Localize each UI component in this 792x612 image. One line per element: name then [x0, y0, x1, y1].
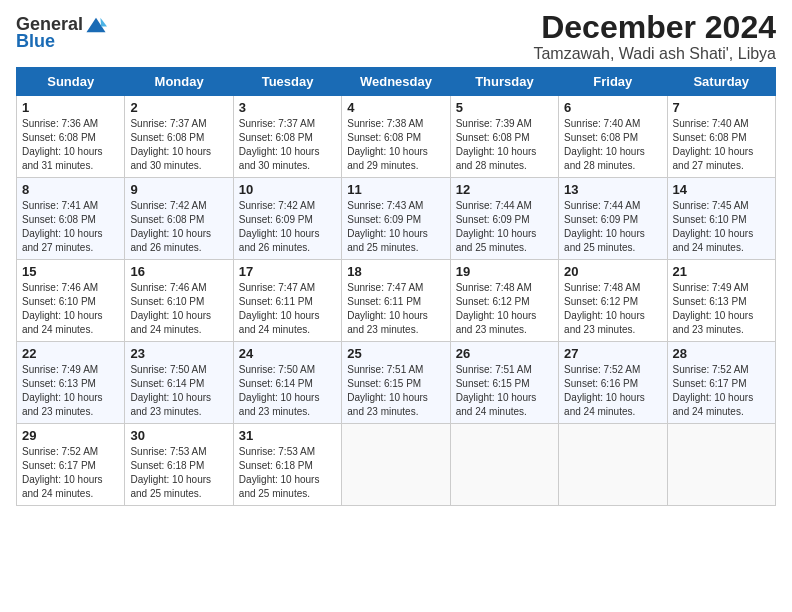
- day-number: 26: [456, 346, 553, 361]
- day-info: Sunrise: 7:37 AMSunset: 6:08 PMDaylight:…: [130, 118, 211, 171]
- day-number: 15: [22, 264, 119, 279]
- day-number: 24: [239, 346, 336, 361]
- day-number: 2: [130, 100, 227, 115]
- table-row: 5Sunrise: 7:39 AMSunset: 6:08 PMDaylight…: [450, 96, 558, 178]
- day-info: Sunrise: 7:40 AMSunset: 6:08 PMDaylight:…: [564, 118, 645, 171]
- day-number: 31: [239, 428, 336, 443]
- table-row: 17Sunrise: 7:47 AMSunset: 6:11 PMDayligh…: [233, 260, 341, 342]
- day-number: 21: [673, 264, 770, 279]
- table-row: 19Sunrise: 7:48 AMSunset: 6:12 PMDayligh…: [450, 260, 558, 342]
- col-saturday: Saturday: [667, 68, 775, 96]
- day-number: 17: [239, 264, 336, 279]
- day-number: 6: [564, 100, 661, 115]
- table-row: 30Sunrise: 7:53 AMSunset: 6:18 PMDayligh…: [125, 424, 233, 506]
- table-row: 27Sunrise: 7:52 AMSunset: 6:16 PMDayligh…: [559, 342, 667, 424]
- table-row: [450, 424, 558, 506]
- col-monday: Monday: [125, 68, 233, 96]
- table-row: 18Sunrise: 7:47 AMSunset: 6:11 PMDayligh…: [342, 260, 450, 342]
- day-number: 3: [239, 100, 336, 115]
- table-row: 8Sunrise: 7:41 AMSunset: 6:08 PMDaylight…: [17, 178, 125, 260]
- day-info: Sunrise: 7:52 AMSunset: 6:17 PMDaylight:…: [673, 364, 754, 417]
- table-row: 7Sunrise: 7:40 AMSunset: 6:08 PMDaylight…: [667, 96, 775, 178]
- day-number: 1: [22, 100, 119, 115]
- table-row: 20Sunrise: 7:48 AMSunset: 6:12 PMDayligh…: [559, 260, 667, 342]
- table-row: 28Sunrise: 7:52 AMSunset: 6:17 PMDayligh…: [667, 342, 775, 424]
- day-info: Sunrise: 7:40 AMSunset: 6:08 PMDaylight:…: [673, 118, 754, 171]
- day-number: 10: [239, 182, 336, 197]
- day-info: Sunrise: 7:49 AMSunset: 6:13 PMDaylight:…: [673, 282, 754, 335]
- header-row: Sunday Monday Tuesday Wednesday Thursday…: [17, 68, 776, 96]
- location-title: Tamzawah, Wadi ash Shati', Libya: [533, 45, 776, 63]
- svg-marker-1: [100, 17, 107, 26]
- day-number: 22: [22, 346, 119, 361]
- table-row: 2Sunrise: 7:37 AMSunset: 6:08 PMDaylight…: [125, 96, 233, 178]
- table-row: 25Sunrise: 7:51 AMSunset: 6:15 PMDayligh…: [342, 342, 450, 424]
- day-number: 11: [347, 182, 444, 197]
- day-number: 16: [130, 264, 227, 279]
- table-row: 4Sunrise: 7:38 AMSunset: 6:08 PMDaylight…: [342, 96, 450, 178]
- day-number: 29: [22, 428, 119, 443]
- day-info: Sunrise: 7:36 AMSunset: 6:08 PMDaylight:…: [22, 118, 103, 171]
- day-number: 12: [456, 182, 553, 197]
- day-info: Sunrise: 7:48 AMSunset: 6:12 PMDaylight:…: [456, 282, 537, 335]
- day-info: Sunrise: 7:47 AMSunset: 6:11 PMDaylight:…: [239, 282, 320, 335]
- table-row: 29Sunrise: 7:52 AMSunset: 6:17 PMDayligh…: [17, 424, 125, 506]
- day-number: 23: [130, 346, 227, 361]
- day-number: 28: [673, 346, 770, 361]
- day-info: Sunrise: 7:50 AMSunset: 6:14 PMDaylight:…: [239, 364, 320, 417]
- day-info: Sunrise: 7:48 AMSunset: 6:12 PMDaylight:…: [564, 282, 645, 335]
- table-row: 12Sunrise: 7:44 AMSunset: 6:09 PMDayligh…: [450, 178, 558, 260]
- day-number: 5: [456, 100, 553, 115]
- table-row: 11Sunrise: 7:43 AMSunset: 6:09 PMDayligh…: [342, 178, 450, 260]
- table-row: 10Sunrise: 7:42 AMSunset: 6:09 PMDayligh…: [233, 178, 341, 260]
- day-info: Sunrise: 7:44 AMSunset: 6:09 PMDaylight:…: [456, 200, 537, 253]
- table-row: 24Sunrise: 7:50 AMSunset: 6:14 PMDayligh…: [233, 342, 341, 424]
- day-info: Sunrise: 7:51 AMSunset: 6:15 PMDaylight:…: [347, 364, 428, 417]
- day-info: Sunrise: 7:46 AMSunset: 6:10 PMDaylight:…: [22, 282, 103, 335]
- day-info: Sunrise: 7:49 AMSunset: 6:13 PMDaylight:…: [22, 364, 103, 417]
- day-info: Sunrise: 7:41 AMSunset: 6:08 PMDaylight:…: [22, 200, 103, 253]
- table-row: [667, 424, 775, 506]
- col-friday: Friday: [559, 68, 667, 96]
- table-row: 13Sunrise: 7:44 AMSunset: 6:09 PMDayligh…: [559, 178, 667, 260]
- day-info: Sunrise: 7:51 AMSunset: 6:15 PMDaylight:…: [456, 364, 537, 417]
- logo-icon: [85, 16, 107, 34]
- day-info: Sunrise: 7:45 AMSunset: 6:10 PMDaylight:…: [673, 200, 754, 253]
- table-row: 1Sunrise: 7:36 AMSunset: 6:08 PMDaylight…: [17, 96, 125, 178]
- table-row: 21Sunrise: 7:49 AMSunset: 6:13 PMDayligh…: [667, 260, 775, 342]
- day-info: Sunrise: 7:52 AMSunset: 6:16 PMDaylight:…: [564, 364, 645, 417]
- day-number: 7: [673, 100, 770, 115]
- day-info: Sunrise: 7:42 AMSunset: 6:08 PMDaylight:…: [130, 200, 211, 253]
- day-number: 13: [564, 182, 661, 197]
- table-row: 16Sunrise: 7:46 AMSunset: 6:10 PMDayligh…: [125, 260, 233, 342]
- col-sunday: Sunday: [17, 68, 125, 96]
- col-wednesday: Wednesday: [342, 68, 450, 96]
- day-info: Sunrise: 7:42 AMSunset: 6:09 PMDaylight:…: [239, 200, 320, 253]
- day-info: Sunrise: 7:53 AMSunset: 6:18 PMDaylight:…: [239, 446, 320, 499]
- month-title: December 2024: [533, 10, 776, 45]
- table-row: 15Sunrise: 7:46 AMSunset: 6:10 PMDayligh…: [17, 260, 125, 342]
- day-number: 19: [456, 264, 553, 279]
- day-number: 14: [673, 182, 770, 197]
- day-info: Sunrise: 7:50 AMSunset: 6:14 PMDaylight:…: [130, 364, 211, 417]
- table-row: 3Sunrise: 7:37 AMSunset: 6:08 PMDaylight…: [233, 96, 341, 178]
- day-info: Sunrise: 7:38 AMSunset: 6:08 PMDaylight:…: [347, 118, 428, 171]
- day-number: 8: [22, 182, 119, 197]
- logo-blue: Blue: [16, 31, 55, 52]
- table-row: 14Sunrise: 7:45 AMSunset: 6:10 PMDayligh…: [667, 178, 775, 260]
- day-info: Sunrise: 7:43 AMSunset: 6:09 PMDaylight:…: [347, 200, 428, 253]
- table-row: 22Sunrise: 7:49 AMSunset: 6:13 PMDayligh…: [17, 342, 125, 424]
- day-number: 18: [347, 264, 444, 279]
- day-info: Sunrise: 7:46 AMSunset: 6:10 PMDaylight:…: [130, 282, 211, 335]
- table-row: [559, 424, 667, 506]
- table-row: 23Sunrise: 7:50 AMSunset: 6:14 PMDayligh…: [125, 342, 233, 424]
- header: General Blue December 2024 Tamzawah, Wad…: [16, 10, 776, 63]
- day-info: Sunrise: 7:44 AMSunset: 6:09 PMDaylight:…: [564, 200, 645, 253]
- day-info: Sunrise: 7:52 AMSunset: 6:17 PMDaylight:…: [22, 446, 103, 499]
- day-number: 4: [347, 100, 444, 115]
- logo: General Blue: [16, 14, 107, 52]
- col-thursday: Thursday: [450, 68, 558, 96]
- table-row: 9Sunrise: 7:42 AMSunset: 6:08 PMDaylight…: [125, 178, 233, 260]
- table-row: 26Sunrise: 7:51 AMSunset: 6:15 PMDayligh…: [450, 342, 558, 424]
- table-row: 31Sunrise: 7:53 AMSunset: 6:18 PMDayligh…: [233, 424, 341, 506]
